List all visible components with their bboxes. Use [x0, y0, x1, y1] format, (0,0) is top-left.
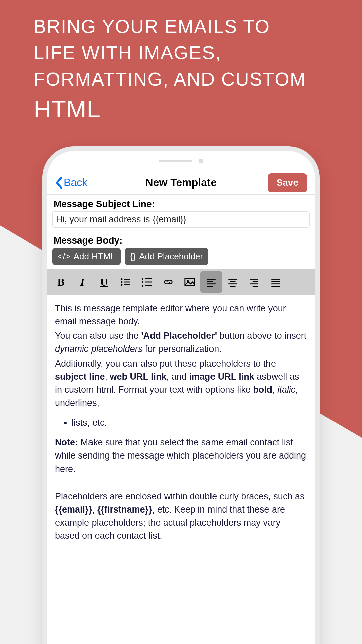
svg-rect-22	[250, 279, 258, 280]
add-html-label: Add HTML	[74, 251, 115, 262]
underline-button[interactable]: U	[93, 271, 115, 293]
svg-point-2	[121, 281, 123, 283]
page-title: New Template	[145, 176, 217, 189]
svg-rect-21	[230, 286, 236, 287]
svg-rect-7	[145, 278, 152, 279]
svg-rect-20	[228, 283, 237, 284]
braces-icon: {}	[130, 251, 136, 262]
back-label: Back	[64, 176, 87, 189]
chevron-left-icon	[55, 176, 62, 189]
navbar: Back New Template Save	[47, 171, 315, 195]
body-paragraph: This is message template editor where yo…	[55, 302, 307, 328]
format-toolbar: B I U 123	[47, 269, 315, 295]
save-button[interactable]: Save	[268, 173, 307, 192]
subject-input[interactable]: Hi, your mail address is {{email}}	[52, 211, 310, 228]
headline-line: life with images,	[34, 42, 221, 63]
svg-rect-9	[145, 282, 152, 283]
svg-rect-28	[271, 283, 280, 284]
svg-rect-19	[230, 281, 236, 282]
svg-rect-3	[124, 282, 130, 283]
subject-label: Message Subject Line:	[47, 195, 315, 211]
promo-headline: Bring your emails to life with images, f…	[34, 13, 335, 126]
svg-rect-26	[271, 279, 280, 280]
body-label: Message Body:	[47, 231, 315, 248]
italic-button[interactable]: I	[72, 271, 93, 293]
body-button-row: </> Add HTML {} Add Placeholder	[47, 248, 315, 269]
code-icon: </>	[58, 251, 70, 262]
camera-icon	[199, 159, 203, 163]
svg-rect-17	[207, 286, 213, 287]
body-paragraph: Note: Make sure that you select the same…	[55, 436, 307, 475]
headline-line: formatting, and custom	[34, 68, 306, 90]
svg-rect-24	[250, 283, 258, 284]
list-item: lists, etc.	[72, 416, 307, 429]
body-paragraph: Placeholders are enclosed within double …	[55, 490, 307, 543]
image-button[interactable]	[179, 271, 200, 293]
headline-line: Bring your emails to	[34, 16, 270, 37]
phone-frame: Back New Template Save Message Subject L…	[47, 151, 315, 644]
svg-rect-15	[207, 281, 213, 282]
svg-rect-14	[207, 279, 216, 280]
svg-rect-25	[253, 286, 258, 287]
svg-rect-29	[271, 286, 280, 287]
headline-line: HTML	[34, 96, 101, 122]
add-html-button[interactable]: </> Add HTML	[52, 248, 121, 265]
svg-point-0	[121, 278, 123, 280]
body-paragraph: You can also use the 'Add Placeholder' b…	[55, 329, 307, 356]
editor-body[interactable]: This is message template editor where yo…	[47, 295, 315, 550]
svg-rect-27	[271, 281, 280, 282]
align-center-button[interactable]	[222, 271, 243, 293]
phone-notch	[47, 151, 315, 171]
align-right-button[interactable]	[243, 271, 265, 293]
svg-rect-5	[124, 284, 130, 285]
svg-point-4	[121, 284, 123, 286]
svg-rect-18	[228, 279, 237, 280]
svg-rect-1	[124, 279, 130, 280]
align-justify-button[interactable]	[265, 271, 286, 293]
back-button[interactable]: Back	[55, 176, 87, 189]
svg-text:3: 3	[141, 284, 143, 287]
speaker-icon	[159, 160, 192, 162]
bold-button[interactable]: B	[50, 271, 72, 293]
add-placeholder-button[interactable]: {} Add Placeholder	[125, 248, 208, 265]
svg-rect-16	[207, 283, 216, 284]
align-left-button[interactable]	[200, 271, 222, 293]
body-list: lists, etc.	[72, 416, 307, 429]
svg-rect-11	[145, 285, 152, 286]
svg-rect-23	[253, 281, 258, 282]
body-paragraph: Additionally, you can also put these pla…	[55, 357, 307, 410]
numbered-list-button[interactable]: 123	[136, 271, 158, 293]
add-placeholder-label: Add Placeholder	[139, 251, 203, 262]
link-button[interactable]	[158, 271, 179, 293]
bullet-list-button[interactable]	[115, 271, 136, 293]
